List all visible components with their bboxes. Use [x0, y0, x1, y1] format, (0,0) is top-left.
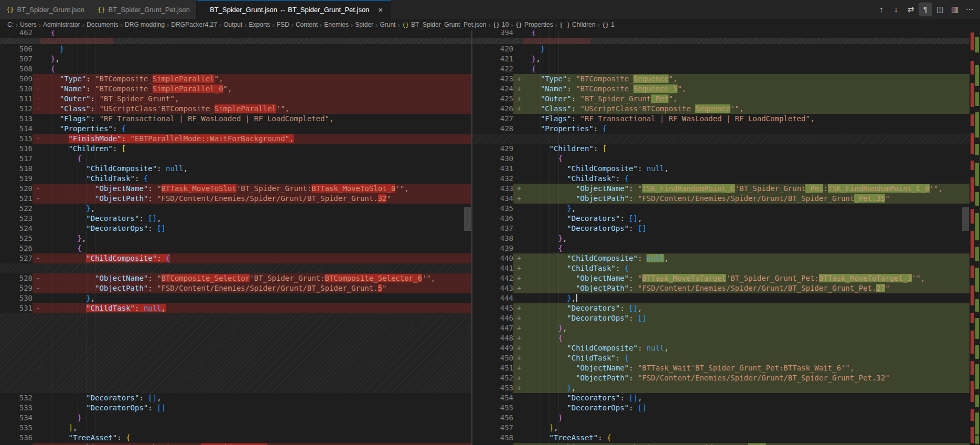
line-number: 431	[472, 164, 513, 174]
left-pane-code: 462 {506 }507 },508 {509- "Type": "BTCom…	[0, 30, 471, 445]
overview-ruler[interactable]	[970, 30, 980, 445]
line-number: 510	[0, 84, 33, 94]
line-number: 438	[472, 234, 513, 243]
code-line-content: "Properties": {	[513, 124, 970, 134]
line-number: 521	[0, 194, 33, 204]
code-line-content: + },	[513, 323, 970, 333]
breadcrumb-item[interactable]: FSD	[277, 21, 289, 28]
breadcrumb-item[interactable]: {}1	[602, 21, 615, 28]
diff-sign: +	[515, 333, 523, 343]
swap-sides-icon[interactable]: ⇄	[904, 3, 917, 16]
diff-sign: -	[35, 303, 42, 313]
code-line: 434+ "ObjectPath": "FSD/Content/Enemies/…	[472, 194, 970, 204]
line-number: 426	[472, 104, 513, 114]
code-line-content: + "ObjectPath": "FSD/Content/Enemies/Spi…	[513, 283, 970, 293]
line-number: 420	[472, 44, 513, 54]
code-line-content: }	[513, 44, 970, 54]
code-line-content: - "Name": "BTComposite_SimpleParallel_0"…	[33, 84, 471, 94]
tab[interactable]: {}BT_Spider_Grunt_Pet.json	[91, 0, 197, 19]
ruler-added-mark	[975, 364, 979, 389]
tab[interactable]: ⇆BT_Spider_Grunt.json ↔ BT_Spider_Grunt_…	[197, 0, 391, 19]
collapsed-region-tint	[523, 38, 591, 44]
collapsed-region-separator[interactable]	[0, 38, 471, 44]
breadcrumb-item[interactable]: Users	[20, 21, 36, 28]
breadcrumb-item[interactable]: Documents	[87, 21, 119, 28]
line-number: 518	[0, 164, 33, 174]
code-line-content: "ChildComposite": null,	[33, 164, 471, 174]
breadcrumb-item[interactable]: Grunt	[380, 21, 395, 28]
breadcrumb-item[interactable]: {}10	[493, 21, 509, 28]
code-line-content: - "ChildTask": null,	[33, 303, 471, 313]
line-number: 532	[0, 393, 33, 403]
ruler-added-mark	[975, 144, 979, 155]
breadcrumb-item[interactable]: Exports	[249, 21, 271, 28]
chevron-right-icon: ›	[397, 21, 400, 29]
diff-sign: +	[515, 104, 523, 114]
tab[interactable]: {}BT_Spider_Grunt.json	[0, 0, 91, 19]
code-line: 430 {	[472, 154, 970, 164]
modified-editor-pane[interactable]: 394 {420 }421 },422 {423+ "Type": "BTCom…	[472, 30, 970, 445]
breadcrumb-item[interactable]: Administrator	[43, 21, 80, 28]
ruler-added-mark	[975, 299, 979, 312]
line-number: 462	[0, 30, 33, 38]
breadcrumb-item[interactable]: Enemies	[324, 21, 349, 28]
open-preview-icon[interactable]: ◫	[934, 3, 946, 16]
code-line-content: },	[513, 234, 970, 243]
breadcrumb-label: Exports	[249, 21, 271, 28]
collapsed-region-separator[interactable]	[472, 38, 970, 44]
breadcrumb-label: Enemies	[324, 21, 349, 28]
toggle-whitespace-icon[interactable]: ¶	[919, 3, 932, 16]
line-number: 430	[472, 154, 513, 164]
line-number: 526	[0, 243, 33, 253]
code-line: 520- "ObjectName": "BTTask_MoveToSlot'BT…	[0, 184, 471, 194]
diff-sign: +	[515, 84, 523, 94]
original-editor-pane[interactable]: 462 {506 }507 },508 {509- "Type": "BTCom…	[0, 30, 471, 445]
code-line: 451+ "ObjectName": "BTTask_Wait'BT_Spide…	[472, 363, 970, 373]
breadcrumb-item[interactable]: Spider	[355, 21, 373, 28]
line-number: 446	[472, 313, 513, 323]
chevron-right-icon: ›	[244, 21, 246, 29]
previous-change-icon[interactable]: ↑	[875, 3, 888, 16]
code-line-content: - "ObjectName": "BTTask_MoveToSlot'BT_Sp…	[33, 184, 471, 194]
diff-sign: +	[515, 194, 523, 204]
breadcrumb-item[interactable]: {}Properties	[515, 21, 553, 28]
breadcrumb-item[interactable]: Output	[223, 21, 242, 28]
split-editor-icon[interactable]: ▥	[949, 3, 961, 16]
code-line-content: {	[33, 30, 471, 38]
breadcrumb-item[interactable]: DRGPacker4.27	[171, 21, 217, 28]
chevron-right-icon: ›	[82, 21, 84, 29]
close-icon[interactable]: ×	[376, 6, 384, 14]
breadcrumb-item[interactable]: Content	[296, 21, 318, 28]
line-number: 441	[472, 263, 513, 273]
code-line: 458 "TreeAsset": {	[472, 433, 970, 443]
code-line: 526 {	[0, 243, 471, 253]
code-line-content: + "ObjectPath": "FSD/Content/Enemies/Spi…	[513, 194, 970, 204]
more-actions-icon[interactable]: ⋯	[963, 3, 976, 16]
line-number: 530	[0, 293, 33, 303]
ruler-added-mark	[975, 65, 979, 86]
breadcrumb-item[interactable]: {}BT_Spider_Grunt_Pet.json	[402, 21, 487, 28]
code-line-content: + },	[513, 383, 970, 393]
breadcrumb: C:›Users›Administrator›Documents›DRG mod…	[0, 19, 980, 30]
code-line-content: {	[513, 243, 970, 253]
diff-sign: +	[515, 283, 523, 293]
breadcrumb-item[interactable]: [ ]Children	[559, 21, 596, 28]
scrollbar-slider[interactable]	[464, 207, 471, 231]
breadcrumb-label: Content	[296, 21, 318, 28]
code-line: 439 {	[472, 243, 970, 253]
line-number: 534	[0, 413, 33, 423]
chevron-right-icon: ›	[16, 21, 18, 29]
ruler-added-mark	[975, 412, 979, 435]
code-line-content: + "ChildComposite": null,	[513, 253, 970, 263]
text-cursor	[576, 294, 577, 302]
code-line-content: }	[33, 44, 471, 54]
next-change-icon[interactable]: ↓	[890, 3, 902, 16]
code-line: 431 "ChildComposite": null,	[472, 164, 970, 174]
code-line: 449+ "ChildComposite": null,	[472, 343, 970, 353]
breadcrumb-item[interactable]: DRG modding	[125, 21, 165, 28]
breadcrumb-item[interactable]: C:	[7, 21, 14, 28]
code-line: 457 ],	[472, 423, 970, 433]
line-number: 432	[472, 174, 513, 184]
scrollbar-slider[interactable]	[962, 207, 969, 231]
code-line: 514 "Properties": {	[0, 124, 471, 134]
